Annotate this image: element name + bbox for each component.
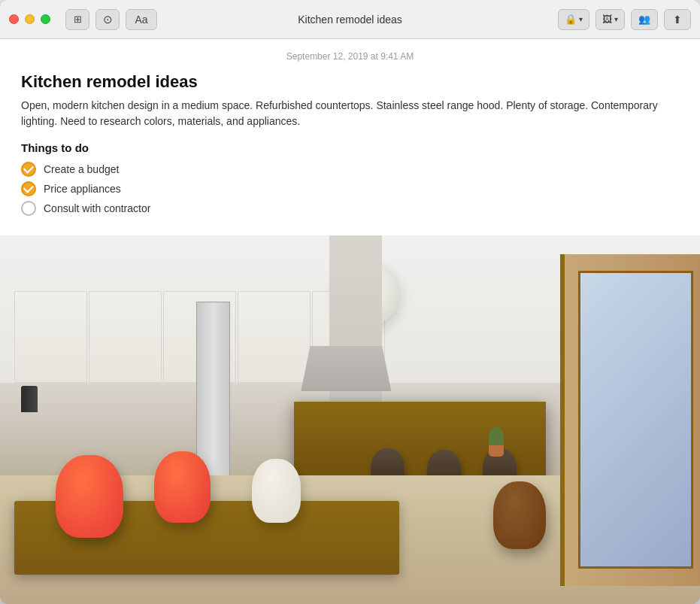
titlebar: ⊞ ⊙ Aa Kitchen remodel ideas 🔒 ▾ 🖼 ▾ 👥 xyxy=(0,0,700,39)
share-button[interactable]: ⬆ xyxy=(664,9,691,30)
toolbar: ⊞ ⊙ Aa xyxy=(65,9,157,30)
window-glass xyxy=(578,271,693,569)
lock-icon: 🔒 xyxy=(565,14,577,25)
list-item[interactable]: Consult with contractor xyxy=(21,201,679,216)
checklist-item-label-1: Create a budget xyxy=(44,163,119,175)
section-heading: Things to do xyxy=(21,141,679,154)
checklist-item-label-2: Price appliances xyxy=(44,183,121,195)
checkbox-checked-1[interactable] xyxy=(21,162,36,177)
kitchen-appliance xyxy=(21,386,38,412)
note-title[interactable]: Kitchen remodel ideas xyxy=(21,72,679,92)
close-button[interactable] xyxy=(9,14,19,24)
checklist-button[interactable]: ⊙ xyxy=(95,9,120,30)
app-window: ⊞ ⊙ Aa Kitchen remodel ideas 🔒 ▾ 🖼 ▾ 👥 xyxy=(0,0,700,604)
checklist-item-label-3: Consult with contractor xyxy=(44,202,150,214)
window-title: Kitchen remodel ideas xyxy=(298,14,402,26)
lock-chevron-icon: ▾ xyxy=(579,15,583,23)
photo-icon: 🖼 xyxy=(602,14,612,25)
photo-chevron-icon: ▾ xyxy=(614,15,618,23)
list-item[interactable]: Create a budget xyxy=(21,162,679,177)
note-body[interactable]: Open, modern kitchen design in a medium … xyxy=(21,98,679,129)
font-icon: Aa xyxy=(135,14,147,26)
minimize-button[interactable] xyxy=(25,14,35,24)
list-item[interactable]: Price appliances xyxy=(21,181,679,196)
kitchen-photo xyxy=(0,235,700,604)
grid-view-button[interactable]: ⊞ xyxy=(65,9,89,30)
font-button[interactable]: Aa xyxy=(126,9,157,30)
maximize-button[interactable] xyxy=(41,14,50,24)
dining-chair-wood xyxy=(493,481,546,549)
grid-icon: ⊞ xyxy=(74,14,82,25)
note-date: September 12, 2019 at 9:41 AM xyxy=(21,51,679,62)
range-hood xyxy=(301,346,391,391)
photo-button[interactable]: 🖼 ▾ xyxy=(595,9,625,30)
dining-chair-orange-1 xyxy=(56,455,123,538)
titlebar-right-controls: 🔒 ▾ 🖼 ▾ 👥 ⬆ xyxy=(558,9,691,30)
lock-button[interactable]: 🔒 ▾ xyxy=(558,9,589,30)
checkbox-checked-2[interactable] xyxy=(21,181,36,196)
note-content: September 12, 2019 at 9:41 AM Kitchen re… xyxy=(0,39,700,604)
cabinet-2 xyxy=(89,291,162,384)
checkbox-unchecked-3[interactable] xyxy=(21,201,36,216)
range-hood-column xyxy=(329,235,382,420)
share-people-button[interactable]: 👥 xyxy=(631,9,658,30)
cabinet-4 xyxy=(238,291,311,384)
note-text-area: September 12, 2019 at 9:41 AM Kitchen re… xyxy=(0,39,700,235)
window-right xyxy=(560,254,700,586)
dining-chair-white xyxy=(252,459,301,523)
people-icon: 👥 xyxy=(638,14,650,25)
dining-chair-orange-2 xyxy=(154,451,211,523)
check-circle-icon: ⊙ xyxy=(103,13,113,26)
plant-pot xyxy=(489,445,504,457)
cabinet-1 xyxy=(14,291,87,384)
checklist: Create a budget Price appliances Consult… xyxy=(21,162,679,216)
traffic-lights xyxy=(9,14,50,24)
share-icon: ⬆ xyxy=(673,14,682,26)
